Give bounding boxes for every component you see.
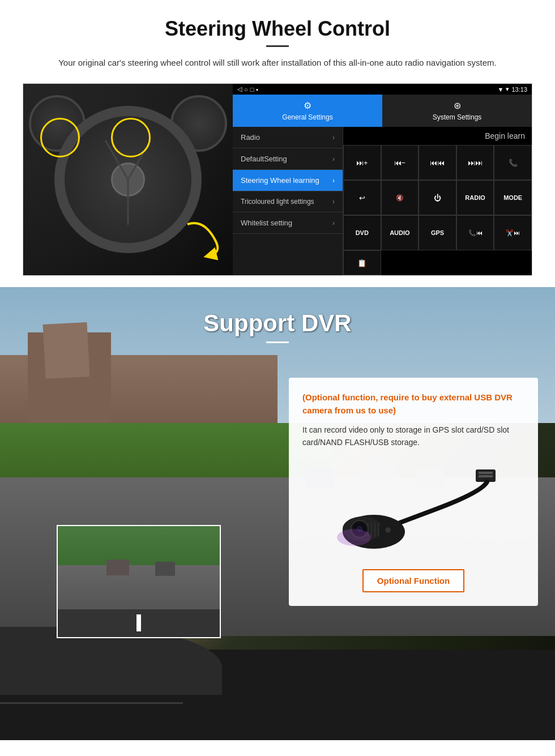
- ctrl-phone-prev[interactable]: 📞⏮: [456, 215, 494, 250]
- ctrl-prev-track[interactable]: ⏮⏮: [419, 145, 456, 180]
- svg-rect-2: [479, 472, 493, 474]
- ctrl-dvd[interactable]: DVD: [343, 215, 381, 250]
- nav-menu-icon: ▪: [256, 86, 258, 93]
- menu-item-whitelist[interactable]: Whitelist setting ›: [233, 212, 343, 234]
- steering-subtitle: Your original car's steering wheel contr…: [45, 56, 510, 70]
- dvr-description: It can record video only to storage in G…: [302, 424, 524, 449]
- dvr-thumbnail: [57, 525, 221, 638]
- dvr-info-card: (Optional function, require to buy exter…: [289, 378, 538, 606]
- android-ui: ◁ ○ □ ▪ ▼ ▾ 13:13 ⚙ General Settings ⊛ S…: [233, 84, 532, 275]
- dvr-divider: [266, 341, 289, 343]
- ctrl-phone[interactable]: 📞: [494, 145, 532, 180]
- dvr-title-section: Support DVR: [0, 287, 555, 354]
- ctrl-radio[interactable]: RADIO: [456, 180, 494, 215]
- tab-system-label: System Settings: [433, 113, 482, 121]
- tab-general-label: General Settings: [282, 113, 332, 121]
- statusbar-time: 13:13: [511, 86, 527, 93]
- thumbnail-road-scene: [58, 526, 220, 637]
- nav-square-icon: □: [250, 86, 254, 93]
- ctrl-vol-down[interactable]: ⏮−: [381, 145, 419, 180]
- nav-back-icon: ◁: [237, 86, 242, 93]
- ctrl-back[interactable]: ↩: [343, 180, 381, 215]
- svg-point-10: [385, 527, 391, 533]
- ctrl-mute[interactable]: 🔇: [381, 180, 419, 215]
- steering-panel: ◁ ○ □ ▪ ▼ ▾ 13:13 ⚙ General Settings ⊛ S…: [23, 83, 532, 276]
- android-statusbar: ◁ ○ □ ▪ ▼ ▾ 13:13: [233, 84, 532, 95]
- ctrl-cut-next[interactable]: ✂️⏭: [494, 215, 532, 250]
- ctrl-audio[interactable]: AUDIO: [381, 215, 419, 250]
- steering-title: Steering Wheel Control: [23, 17, 532, 41]
- gear-icon: ⚙: [304, 100, 311, 111]
- begin-learn-row: Begin learn: [343, 127, 532, 145]
- steering-section: Steering Wheel Control Your original car…: [0, 0, 555, 287]
- wifi-icon: ▾: [506, 86, 509, 93]
- signal-icon: ▼: [498, 86, 504, 93]
- road-line: [136, 614, 141, 631]
- tab-system-settings[interactable]: ⊛ System Settings: [382, 95, 532, 127]
- dvr-title: Support DVR: [0, 310, 555, 337]
- chevron-icon: ›: [332, 134, 335, 142]
- android-content: Radio › DefaultSetting › Steering Wheel …: [233, 127, 532, 275]
- dvr-section: Support DVR (Optional function, require …: [0, 287, 555, 740]
- tab-general-settings[interactable]: ⚙ General Settings: [233, 95, 382, 127]
- dvr-camera-image: [302, 458, 524, 560]
- ctrl-mode[interactable]: MODE: [494, 180, 532, 215]
- title-divider: [266, 45, 289, 47]
- highlight-circle-right: [111, 118, 151, 157]
- android-tabs: ⚙ General Settings ⊛ System Settings: [233, 95, 532, 127]
- camera-svg: [323, 464, 504, 554]
- menu-item-default[interactable]: DefaultSetting ›: [233, 148, 343, 170]
- steering-photo: [23, 84, 233, 275]
- nav-home-icon: ○: [244, 86, 248, 93]
- ctrl-vol-up[interactable]: ⏭+: [343, 145, 381, 180]
- chevron-icon: ›: [332, 155, 335, 163]
- ctrl-next-track[interactable]: ⏭⏭: [456, 145, 494, 180]
- highlight-circle-left: [40, 118, 80, 157]
- chevron-icon: ›: [332, 198, 335, 206]
- begin-learn-button[interactable]: Begin learn: [485, 131, 525, 140]
- menu-item-steering[interactable]: Steering Wheel learning ›: [233, 170, 343, 191]
- menu-item-tricolour[interactable]: Tricoloured light settings ›: [233, 191, 343, 212]
- dvr-optional-text: (Optional function, require to buy exter…: [302, 391, 524, 417]
- chevron-icon: ›: [332, 219, 335, 227]
- optional-function-button[interactable]: Optional Function: [362, 569, 464, 592]
- chevron-icon: ›: [332, 177, 335, 185]
- arrow-indicator: [176, 213, 227, 264]
- control-grid: Begin learn ⏭+ ⏮− ⏮⏮ ⏭⏭ 📞 ↩ 🔇 ⏻ RADIO MO…: [343, 127, 532, 275]
- svg-point-15: [337, 529, 371, 546]
- ctrl-power[interactable]: ⏻: [419, 180, 456, 215]
- ctrl-extra[interactable]: 📋: [343, 250, 381, 275]
- ctrl-gps[interactable]: GPS: [419, 215, 456, 250]
- menu-list: Radio › DefaultSetting › Steering Wheel …: [233, 127, 343, 275]
- system-icon: ⊛: [454, 100, 461, 111]
- menu-item-radio[interactable]: Radio ›: [233, 127, 343, 148]
- svg-rect-3: [479, 475, 493, 477]
